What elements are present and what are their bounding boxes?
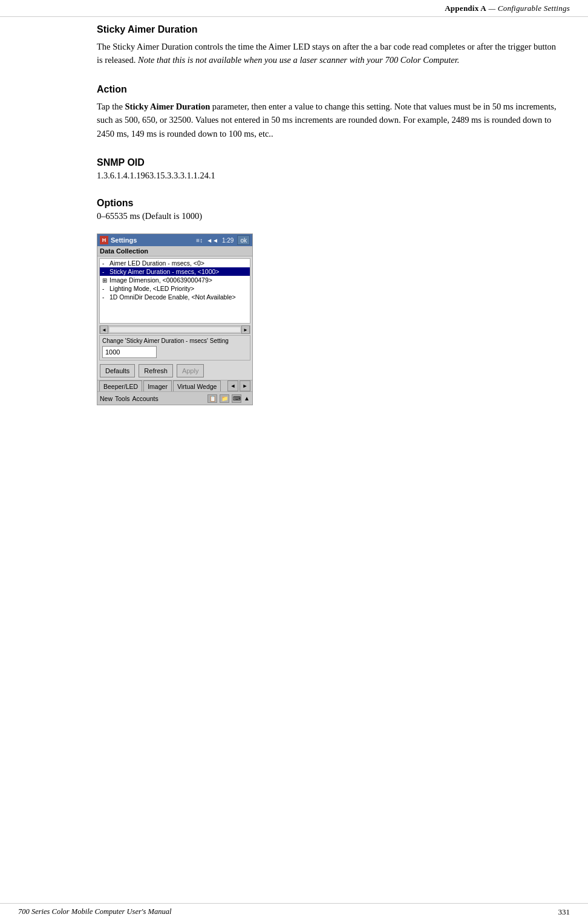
tab-prev-arrow[interactable]: ◄ — [227, 380, 238, 391]
section3-title: SNMP OID — [97, 157, 558, 168]
tree-item-5[interactable]: - 1D OmniDir Decode Enable, <Not Availab… — [100, 293, 250, 301]
section1-body2: Note that this is not available when you… — [138, 55, 459, 65]
section1-title: Sticky Aimer Duration — [97, 24, 558, 35]
volume-icon: ◄◄ — [206, 237, 218, 244]
tree-item-4[interactable]: - Lighting Mode, <LED Priority> — [100, 284, 250, 293]
header-separator: — — [486, 4, 498, 13]
device-titlebar-left: H Settings — [100, 236, 137, 244]
footer: 700 Series Color Mobile Computer User's … — [0, 903, 588, 920]
device-scrollbar: ◄ ► — [99, 325, 250, 334]
section4-value: 0–65535 ms (Default is 1000) — [97, 211, 558, 221]
tab-beeper-led[interactable]: Beeper/LED — [99, 380, 142, 391]
tab-next-arrow[interactable]: ► — [240, 380, 250, 391]
footer-left: 700 Series Color Mobile Computer User's … — [18, 907, 171, 916]
tree-item-2[interactable]: - Sticky Aimer Duration - msecs, <1000> — [100, 267, 250, 276]
header: Appendix A — Configurable Settings — [0, 0, 588, 17]
device-title: Settings — [111, 237, 137, 244]
section3-value: 1.3.6.1.4.1.1963.15.3.3.3.1.1.24.1 — [97, 171, 558, 181]
device-treelist: - Aimer LED Duration - msecs, <0> - Stic… — [99, 258, 250, 324]
time-display: 1:29 — [222, 237, 234, 244]
tree-label-3: Image Dimension, <000639000479> — [109, 276, 212, 284]
appendix-label: Appendix A — [445, 4, 486, 13]
tree-label-5: 1D OmniDir Decode Enable, <Not Available… — [109, 293, 236, 301]
tree-item-1[interactable]: - Aimer LED Duration - msecs, <0> — [100, 259, 250, 267]
device-icon: H — [100, 236, 108, 244]
device-section-label: Data Collection — [97, 246, 252, 256]
tab-virtual-wedge[interactable]: Virtual Wedge — [173, 380, 221, 391]
tree-prefix-4: - — [102, 285, 108, 292]
header-title: Configurable Settings — [498, 4, 570, 13]
tree-label-4: Lighting Mode, <LED Priority> — [109, 285, 194, 292]
taskbar-icon-2[interactable]: 📁 — [220, 394, 229, 403]
scroll-left-arrow[interactable]: ◄ — [100, 325, 108, 334]
section2-body: Tap the Sticky Aimer Duration parameter,… — [97, 100, 558, 140]
device-titlebar: H Settings ≡↕ ◄◄ 1:29 ok — [97, 234, 252, 246]
device-btn-row: Defaults Refresh Apply — [97, 362, 252, 380]
taskbar-accounts[interactable]: Accounts — [132, 395, 158, 402]
device-taskbar: New Tools Accounts 📋 📁 ⌨ ▲ — [97, 391, 252, 405]
device-ok-button[interactable]: ok — [237, 235, 250, 245]
tree-label-2: Sticky Aimer Duration - msecs, <1000> — [109, 268, 220, 275]
tree-prefix-1: - — [102, 260, 108, 267]
section2-title: Action — [97, 84, 558, 95]
main-content: Sticky Aimer Duration The Sticky Aimer D… — [97, 24, 558, 896]
device-change-input[interactable] — [102, 346, 157, 358]
section4-title: Options — [97, 198, 558, 209]
device-change-area: Change 'Sticky Aimer Duration - msecs' S… — [99, 335, 250, 360]
taskbar-icons: 📋 📁 ⌨ ▲ — [207, 394, 250, 403]
tree-prefix-5: - — [102, 294, 108, 301]
taskbar-new[interactable]: New — [100, 395, 113, 402]
tree-item-3[interactable]: ⊞ Image Dimension, <000639000479> — [100, 276, 250, 284]
tree-prefix-2: - — [102, 269, 108, 275]
taskbar-arrow-up[interactable]: ▲ — [244, 395, 250, 402]
tree-prefix-3: ⊞ — [102, 277, 108, 284]
defaults-button[interactable]: Defaults — [100, 364, 135, 377]
taskbar-tools[interactable]: Tools — [115, 395, 130, 402]
device-change-label: Change 'Sticky Aimer Duration - msecs' S… — [102, 338, 247, 344]
taskbar-icon-1[interactable]: 📋 — [207, 394, 217, 403]
tree-label-1: Aimer LED Duration - msecs, <0> — [109, 259, 204, 267]
tab-arrows: ◄ ► — [227, 380, 250, 391]
device-titlebar-right: ≡↕ ◄◄ 1:29 ok — [196, 235, 250, 245]
taskbar-keyboard-icon[interactable]: ⌨ — [232, 394, 241, 403]
scroll-right-arrow[interactable]: ► — [241, 325, 250, 334]
scrollbar-track — [109, 327, 240, 332]
apply-button[interactable]: Apply — [177, 364, 204, 377]
footer-right: 331 — [558, 907, 570, 917]
tab-imager[interactable]: Imager — [143, 380, 172, 391]
header-text: Appendix A — Configurable Settings — [445, 4, 570, 13]
device-tabs: Beeper/LED Imager Virtual Wedge ◄ ► — [97, 380, 252, 391]
section1-body1: The Sticky Aimer Duration controls the t… — [97, 40, 558, 67]
bold-param: Sticky Aimer Duration — [125, 102, 211, 111]
signal-icon: ≡↕ — [196, 237, 203, 244]
refresh-button[interactable]: Refresh — [139, 364, 173, 377]
device-screenshot: H Settings ≡↕ ◄◄ 1:29 ok Data Collection… — [97, 233, 253, 405]
